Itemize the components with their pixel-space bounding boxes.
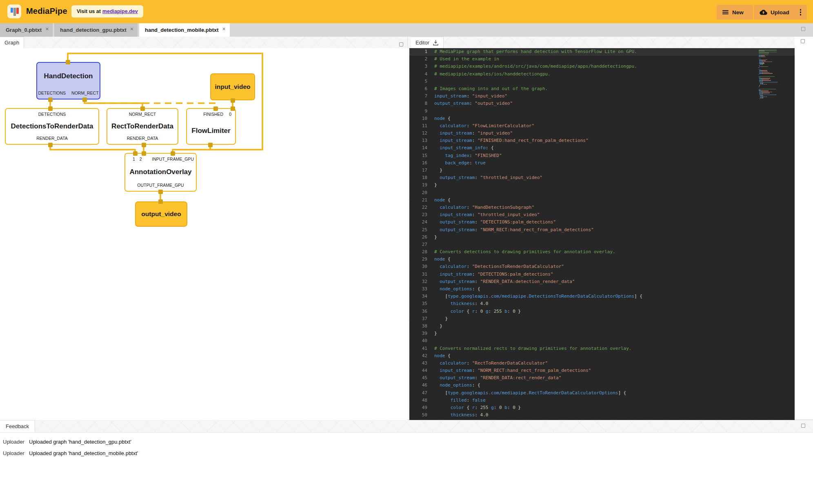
code-editor[interactable]: 1# MediaPipe graph that performs hand de… [409,48,795,420]
line-number: 31 [409,271,427,278]
port-connector-icon [48,143,53,147]
file-tab-label: hand_detection_mobile.pbtxt [145,27,219,33]
file-tab-Graph_0.pbtxt[interactable]: Graph_0.pbtxt× [0,23,53,37]
node-ports: FINISHED0 [187,109,235,118]
code-line: 4# mediapipie/examples/ios/handdetection… [409,71,795,78]
code-line: 11 calculator: "FlowLimiterCalculator" [409,122,795,130]
close-tab-icon[interactable]: × [45,26,49,32]
line-number: 16 [409,159,427,167]
line-number: 7 [409,93,427,100]
line-number: 25 [409,226,427,234]
code-line: 28# Converts detections to drawing primi… [409,248,795,256]
expand-workspace-icon[interactable] [801,27,805,31]
feedback-message: Uploaded graph 'hand_detection_gpu.pbtxt… [29,439,131,445]
line-number: 36 [409,308,427,315]
port-connector-icon [133,151,138,156]
code-line: 9 [409,108,795,115]
expand-graph-panel-icon[interactable] [399,42,403,46]
file-tab-hand_detection_mobile.pbtxt[interactable]: hand_detection_mobile.pbtxt× [139,23,230,37]
line-number: 13 [409,137,427,144]
file-tab-strip: Graph_0.pbtxt×hand_detection_gpu.pbtxt×h… [0,23,813,37]
code-text: output_stream: "RENDER_DATA:detection_re… [434,278,575,285]
mediapipe-visualizer: MediaPipe Visit us at mediapipe.dev New … [0,0,813,504]
code-text: # Converts normalized rects to drawing p… [434,345,631,352]
code-line: 26} [409,234,795,241]
node-ports: DETECTIONSNORM_RECT [37,89,100,99]
port-label: 2 [140,157,142,161]
code-line: 8output_stream: "output_video" [409,100,795,107]
port-label: FINISHED [203,112,223,117]
code-line: 10node { [409,115,795,122]
code-text: input_stream: "NORM_RECT:hand_rect_from_… [434,367,591,374]
file-tab-hand_detection_gpu.pbtxt[interactable]: hand_detection_gpu.pbtxt× [54,23,138,37]
port-label: DETECTIONS [38,112,66,117]
new-button[interactable]: New [717,5,753,20]
code-text: back_edge: true [434,159,486,167]
feedback-strip: Feedback [0,420,813,433]
graph-node-input_video[interactable]: input_video [210,73,255,100]
port-connector-icon [231,106,235,111]
graph-node-output_video[interactable]: output_video [135,201,187,227]
code-text: input_stream: "FINISHED:hand_rect_from_p… [434,137,589,144]
expand-feedback-panel-icon[interactable] [801,424,805,428]
expand-editor-panel-icon[interactable] [801,39,805,43]
editor-minimap[interactable] [759,50,789,99]
line-number: 38 [409,323,427,330]
line-number: 6 [409,85,427,93]
line-number: 21 [409,197,427,204]
upload-button[interactable]: Upload [754,5,807,20]
code-text: node { [434,115,451,122]
feedback-entry: UploaderUploaded graph 'hand_detection_g… [0,436,813,447]
close-tab-icon[interactable]: × [222,26,226,32]
mediapipe-dev-link[interactable]: mediapipe.dev [102,9,138,14]
main-split: Graph HandDetectionDETECTIONSNORM_RECTin… [0,37,813,420]
line-number: 48 [409,397,427,404]
editor-panel-tab[interactable]: Editor [411,37,444,48]
port-connector-icon [48,106,53,111]
feedback-panel-tab[interactable]: Feedback [0,420,35,432]
line-number: 9 [409,108,427,115]
right-gutter [795,37,813,420]
line-number: 44 [409,367,427,374]
code-line: 19} [409,181,795,189]
code-text: thickness: 4.0 [434,411,488,419]
code-text: input_stream: "input_video" [434,130,513,137]
code-text: } [434,234,437,241]
download-icon[interactable] [433,40,439,46]
code-line: 27 [409,241,795,248]
line-number: 32 [409,278,427,285]
code-line: 7input_stream: "input_video" [409,93,795,100]
more-options-icon[interactable] [798,8,803,16]
code-line: 3# mediapipie/examples/android/src/java/… [409,63,795,70]
code-line: 38 } [409,323,795,330]
code-line: 31 input_stream: "DETECTIONS:palm_detect… [409,271,795,278]
line-number: 11 [409,122,427,130]
code-line: 13 input_stream: "FINISHED:hand_rect_fro… [409,137,795,144]
feedback-log: UploaderUploaded graph 'hand_detection_g… [0,433,813,459]
code-text: } [434,181,437,189]
graph-node-FlowLimiter[interactable]: FINISHED0FlowLimiter [186,108,236,145]
code-text: output_stream: "output_video" [434,100,513,107]
visit-text: Visit us at [77,9,101,14]
line-number: 42 [409,352,427,360]
code-line: 16 back_edge: true [409,159,795,167]
code-line: 15 tag_index: "FINISHED" [409,152,795,159]
code-text: node { [434,256,451,263]
line-number: 43 [409,360,427,367]
line-number: 28 [409,248,427,256]
line-number: 15 [409,152,427,159]
port-connector-icon [158,199,163,204]
code-text: } [434,323,442,330]
graph-node-HandDetection[interactable]: HandDetectionDETECTIONSNORM_RECT [36,62,100,99]
graph-canvas[interactable]: HandDetectionDETECTIONSNORM_RECTinput_vi… [0,48,408,420]
graph-node-DetectionsToRenderData[interactable]: DETECTIONSDetectionsToRenderDataRENDER_D… [5,108,99,145]
code-line: 14 input_stream_info: { [409,144,795,152]
graph-panel-tab[interactable]: Graph [0,37,24,48]
code-line: 32 output_stream: "RENDER_DATA:detection… [409,278,795,285]
graph-node-AnnotationOverlay[interactable]: 12INPUT_FRAME_GPUAnnotationOverlayOUTPUT… [124,153,197,192]
close-tab-icon[interactable]: × [130,26,133,32]
code-text: color { r: 255 g: 0 b: 0 } [434,404,521,411]
code-line: 2# Used in the example in [409,55,795,63]
graph-node-RectToRenderData[interactable]: NORM_RECTRectToRenderDataRENDER_DATA [107,108,178,145]
code-line: 45 output_stream: "RENDER_DATA:rect_rend… [409,374,795,382]
